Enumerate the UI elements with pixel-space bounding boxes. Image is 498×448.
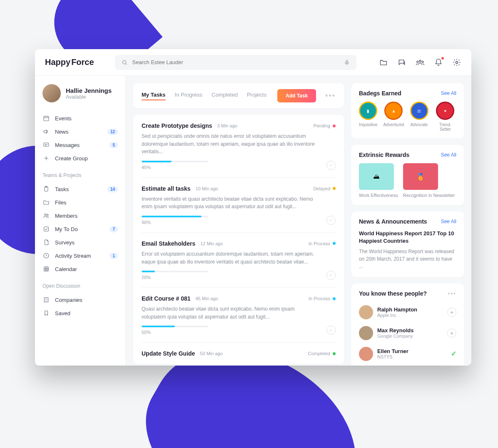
topbar: HappyForce [35, 49, 471, 76]
tab-projects[interactable]: Projects [247, 92, 266, 100]
sidebar: Hallie Jennings Available Events News 12… [35, 76, 126, 366]
nav-files[interactable]: Files [42, 196, 118, 209]
nav-count: 14 [107, 186, 118, 192]
news-body: The World Happiness Report was released … [359, 248, 456, 270]
nav-companies[interactable]: Companies [42, 293, 118, 306]
avatar [359, 347, 373, 361]
task-pct: 20% [142, 275, 336, 280]
person-item[interactable]: Agnes Fuller ✓ [359, 364, 456, 366]
search-input[interactable] [132, 59, 339, 65]
task-time: 12 Min ago [200, 241, 223, 246]
profile-status: Available [66, 94, 112, 100]
nav-surveys[interactable]: Surveys [42, 236, 118, 249]
mic-icon[interactable] [342, 58, 351, 67]
people-icon[interactable] [416, 58, 425, 67]
nav-label: Surveys [55, 239, 75, 246]
badges-see-all[interactable]: See All [441, 90, 456, 96]
section-teams: Teams & Projects [42, 172, 118, 178]
task-desc: Inventore veritatis et quasi architecto … [142, 195, 320, 211]
nav-members[interactable]: Members [42, 209, 118, 222]
profile-block[interactable]: Hallie Jennings Available [42, 84, 118, 102]
task-item[interactable]: Update Style Guide 50 Min ago Completed [142, 343, 336, 364]
task-item[interactable]: Create Prototype designs 3 Min ago Pendi… [142, 115, 336, 178]
person-sub: Apple Inc [377, 313, 417, 318]
news-headline[interactable]: World Happiness Report 2017 Top 10 Happi… [359, 230, 456, 245]
add-person-icon[interactable]: + [447, 329, 456, 338]
more-icon[interactable]: ••• [325, 92, 336, 100]
badge-icon: ✦ [436, 102, 454, 120]
nav-messages[interactable]: Messages 5 [42, 138, 118, 152]
logo-text-a: Happy [45, 57, 70, 67]
clipboard-icon [42, 186, 50, 192]
chat-icon[interactable] [397, 58, 406, 67]
task-pct: 90% [142, 220, 336, 225]
clock-icon [42, 252, 50, 259]
task-item[interactable]: Estimate all tasks 10 Min ago Delayed In… [142, 178, 336, 233]
nav-activity-stream[interactable]: Activity Stream 1 [42, 249, 118, 262]
person-item[interactable]: Ralph Hampton Apple Inc+ [359, 302, 456, 323]
task-check-icon[interactable]: ✓ [326, 216, 336, 225]
nav-create-group[interactable]: Create Group [42, 152, 118, 165]
reward-label: Recognition in Newsletter [403, 192, 455, 198]
task-desc: Sed ut perspiciatis unde omnis iste natu… [142, 132, 320, 156]
task-status: In Process [309, 241, 336, 246]
task-check-icon[interactable]: ✓ [326, 161, 336, 170]
nav-count: 12 [107, 129, 118, 135]
reward-recognition-in-newsletter[interactable]: 🏅Recognition in Newsletter [403, 163, 455, 198]
badge-adventurist[interactable]: ▲Adventurist [383, 102, 404, 132]
nav-label: News [55, 129, 69, 135]
reward-work-effectiveness[interactable]: ⛰Work Effectiveness [359, 163, 398, 198]
svg-point-5 [417, 61, 418, 62]
task-check-icon[interactable]: ✓ [326, 271, 336, 280]
badge-advocate[interactable]: ⚖Advocate [410, 102, 428, 132]
task-item[interactable]: Email Stakeholders 12 Min ago In Process… [142, 233, 336, 288]
bookmark-icon [42, 310, 50, 316]
nav-label: Members [55, 213, 77, 219]
file-icon [42, 239, 50, 246]
folder-icon[interactable] [379, 58, 388, 67]
rewards-title: Extrinsic Rewards [359, 152, 409, 158]
bell-icon[interactable] [434, 58, 443, 67]
add-person-icon[interactable]: + [447, 308, 456, 317]
nav-saved[interactable]: Saved [42, 306, 118, 320]
nav-events[interactable]: Events [42, 112, 118, 125]
task-time: 10 Min ago [196, 186, 218, 191]
nav-news[interactable]: News 12 [42, 125, 118, 138]
nav-count: 5 [110, 142, 118, 148]
grid-icon [42, 266, 50, 272]
tab-completed[interactable]: Completed [212, 92, 238, 100]
nav-label: Files [55, 199, 66, 206]
tab-in-progress[interactable]: In Progress [175, 92, 202, 100]
nav-calendar[interactable]: Calendar [42, 262, 118, 276]
tasks-list: Create Prototype designs 3 Min ago Pendi… [133, 115, 344, 364]
task-status: In Process [309, 296, 336, 301]
badge-trend-setter[interactable]: ✦Trend-Setter [434, 102, 457, 132]
app-window: HappyForce Hallie Jennings [35, 49, 471, 366]
person-sub: Google Company [377, 334, 413, 338]
person-item[interactable]: Max Reynolds Google Company+ [359, 323, 456, 343]
task-item[interactable]: Edit Course # 081 45 Min ago In Process … [142, 288, 336, 343]
person-item[interactable]: Ellen Turner NSTYS✓ [359, 343, 456, 364]
status-dot-icon [333, 187, 336, 190]
people-more-icon[interactable]: ••• [448, 290, 456, 297]
tab-my-tasks[interactable]: My Tasks [142, 92, 166, 100]
search-bar[interactable] [115, 55, 356, 70]
task-title: Create Prototype designs [142, 122, 212, 129]
news-see-all[interactable]: See All [441, 219, 456, 224]
badge-inquisitive[interactable]: ▮Inquisitive [359, 102, 377, 132]
gear-icon[interactable] [452, 58, 461, 67]
nav-label: Events [55, 115, 72, 122]
people-card: You know these people? ••• Ralph Hampton… [351, 284, 464, 366]
badge-label: Inquisitive [359, 122, 377, 127]
calendar-icon [42, 115, 50, 122]
task-time: 50 Min ago [200, 351, 222, 356]
add-task-button[interactable]: Add Task [277, 89, 316, 102]
profile-name: Hallie Jennings [66, 87, 112, 94]
nav-tasks[interactable]: Tasks 14 [42, 182, 118, 196]
rewards-see-all[interactable]: See All [441, 152, 456, 158]
nav-my-to-do[interactable]: My To Do 7 [42, 222, 118, 236]
task-time: 45 Min ago [196, 296, 218, 301]
task-status: Delayed [314, 186, 336, 191]
status-dot-icon [333, 297, 336, 300]
avatar [359, 326, 373, 340]
